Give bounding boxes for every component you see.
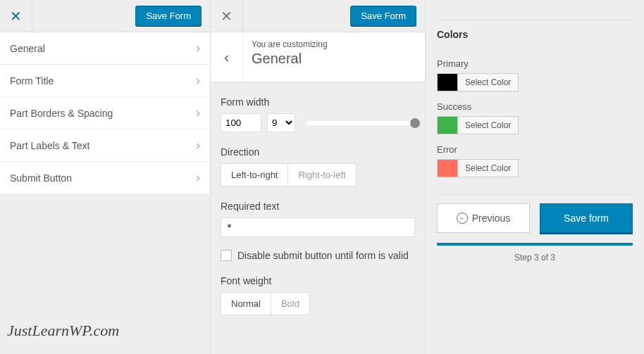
form-width-label: Form width [221, 96, 415, 108]
form-width-slider[interactable] [306, 121, 415, 125]
colors-panel: Colors Primary Select Color Success Sele… [426, 0, 644, 354]
form-width-unit-select[interactable]: 9 [267, 113, 295, 132]
select-color-button[interactable]: Select Color [458, 159, 519, 177]
chevron-right-icon: › [196, 170, 200, 185]
success-swatch[interactable] [437, 116, 458, 134]
panel1-header: ✕ Save Form [0, 0, 210, 32]
menu-label: Part Borders & Spacing [10, 108, 113, 119]
customizing-text: You are customizing [252, 39, 416, 49]
direction-ltr[interactable]: Left-to-right [221, 164, 288, 186]
required-text-input[interactable] [221, 217, 415, 237]
form-controls: Form width 9 Direction Left-to-right Rig… [211, 82, 425, 325]
arrow-left-icon: ← [457, 213, 468, 224]
previous-button[interactable]: ← Previous [437, 203, 530, 233]
menu-item-borders[interactable]: Part Borders & Spacing › [0, 97, 210, 129]
section-title: General [252, 51, 416, 67]
select-color-button[interactable]: Select Color [458, 73, 519, 91]
chevron-right-icon: › [196, 41, 200, 56]
disable-submit-label: Disable submit button until form is vali… [237, 250, 409, 261]
menu-item-general[interactable]: General › [0, 32, 210, 65]
back-icon[interactable]: ‹ [211, 32, 243, 82]
primary-swatch[interactable] [437, 73, 458, 91]
error-label: Error [437, 144, 633, 155]
step-indicator: Step 3 of 3 [437, 253, 633, 263]
chevron-right-icon: › [196, 138, 200, 153]
section-header: ‹ You are customizing General [211, 32, 425, 82]
direction-label: Direction [221, 146, 415, 158]
menu-item-submit[interactable]: Submit Button › [0, 162, 210, 194]
close-icon[interactable]: ✕ [0, 0, 32, 32]
font-weight-label: Font weight [221, 275, 415, 286]
colors-title: Colors [437, 20, 633, 40]
direction-group: Left-to-right Right-to-left [221, 163, 357, 187]
save-form-button-primary[interactable]: Save form [540, 203, 633, 233]
font-weight-group: Normal Bold [221, 292, 310, 315]
chevron-right-icon: › [196, 106, 200, 120]
customizer-main-panel: ✕ Save Form General › Form Title › Part … [0, 0, 211, 354]
customizer-section-panel: ✕ Save Form ‹ You are customizing Genera… [211, 0, 426, 354]
save-form-button[interactable]: Save Form [135, 6, 202, 26]
error-swatch[interactable] [437, 159, 458, 177]
font-weight-normal[interactable]: Normal [221, 293, 271, 315]
panel2-header: ✕ Save Form [211, 0, 425, 32]
close-icon[interactable]: ✕ [211, 0, 243, 32]
save-form-button[interactable]: Save Form [350, 6, 416, 26]
font-weight-bold[interactable]: Bold [271, 293, 309, 315]
previous-label: Previous [472, 213, 510, 224]
progress-bar [437, 243, 633, 246]
chevron-right-icon: › [196, 73, 200, 88]
watermark: JustLearnWP.com [7, 322, 119, 340]
direction-rtl[interactable]: Right-to-left [288, 164, 355, 186]
select-color-button[interactable]: Select Color [458, 116, 519, 134]
success-label: Success [437, 101, 633, 112]
menu-label: General [10, 43, 45, 54]
primary-label: Primary [437, 58, 633, 69]
required-label: Required text [221, 201, 415, 212]
menu-item-labels[interactable]: Part Labels & Text › [0, 129, 210, 162]
menu-label: Part Labels & Text [10, 140, 89, 151]
menu-label: Submit Button [10, 172, 72, 184]
menu-item-form-title[interactable]: Form Title › [0, 65, 210, 97]
section-menu: General › Form Title › Part Borders & Sp… [0, 32, 210, 194]
disable-submit-row[interactable]: Disable submit button until form is vali… [221, 250, 415, 261]
form-width-input[interactable] [221, 113, 261, 132]
slider-handle[interactable] [410, 118, 420, 128]
menu-label: Form Title [10, 75, 54, 87]
checkbox-icon[interactable] [221, 250, 232, 261]
